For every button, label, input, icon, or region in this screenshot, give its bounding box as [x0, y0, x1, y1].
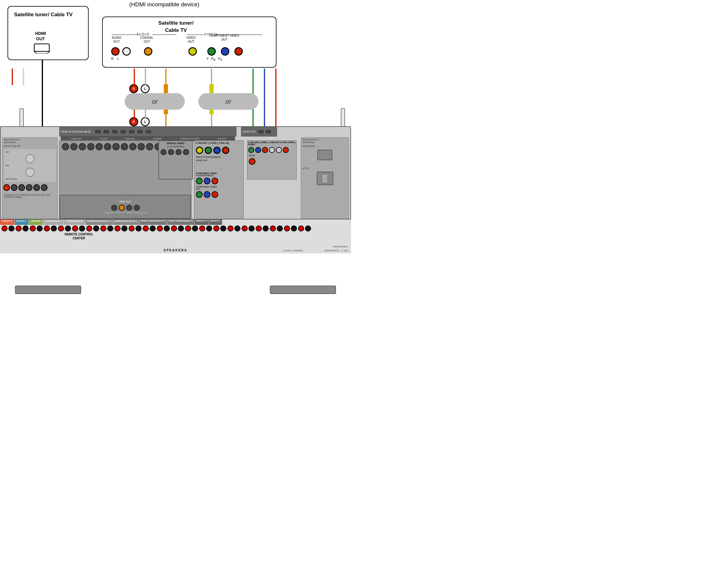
svg-rect-0 [34, 44, 49, 52]
hdmi-out-section: HDMI OUT [241, 127, 277, 136]
impedance-label: IMPEDANCE : 4~16Ω [325, 249, 348, 252]
hdmi-incompatible-label: (HDMI incompatible device) [129, 1, 199, 8]
foot-left [15, 286, 81, 294]
video-section: 1 CBL/SAT | 2 DVD | 3 Blu-ray VIDEO IN (… [194, 140, 244, 227]
component-video-out-label: COMPONENT VIDEOOUT [210, 34, 239, 41]
assignable-label: ASSIGNABLE [333, 245, 348, 248]
hdmi-port-icon [34, 42, 50, 54]
video-out-label: VIDEOOUT [186, 36, 196, 43]
speaker-terminals-bar: FRONT R FRONT L CENTER SURROUND L SURROU… [0, 219, 351, 254]
surround-back-l-label: SURROUND BACK L [112, 219, 139, 225]
surround-l-label: SURROUND L [43, 219, 64, 225]
rca-plug-l-bottom: L [141, 117, 150, 126]
ypbpr-label: Y PB PR [207, 57, 222, 61]
zone2-section: 1 CBL/SAT | GAME | 1 CBL/SAT | 2 DVD | M… [247, 140, 297, 180]
rl-label: R L [111, 57, 119, 61]
hdmi-out-label: HDMIOUT [35, 31, 46, 41]
front-wide-h2-r-label: FRONT WIDE/HEIGHT2 R [139, 219, 167, 225]
rca-plug-r-bottom: R [129, 117, 138, 126]
or-pill-right: or [198, 93, 258, 110]
right-panel: Bluetooth/Wi-FiANTENNA NETWORK AC IN [301, 137, 349, 227]
speakers-bottom-label: SPEAKERS [163, 249, 187, 252]
class2-label: CLASS 2 WIRING [283, 249, 303, 252]
audio-out-label: AUDIOOUT [112, 36, 121, 43]
left-controls-panel: Bluetooth/Wi-FiANTENNA Denon Link HD AM … [2, 137, 58, 227]
front-r-label: FRONT R [0, 219, 14, 225]
height1-r-label: HEIGHT1 R [195, 219, 208, 225]
sat-tuner-left-label: Satellite tuner/ Cable TV [14, 11, 73, 18]
main-diagram: (HDMI incompatible device) Satellite tun… [0, 0, 351, 294]
hdmi-in-section: HDMI IN (ASSIGNABLE) [59, 127, 236, 136]
coaxial-out-label: COAXIALOUT [140, 36, 153, 43]
rca-plug-l-top: L [141, 84, 150, 93]
device-box-left: Satellite tuner/ Cable TV HDMIOUT [7, 6, 89, 60]
remote-control-label: REMOTE CONTROL CENTER [65, 232, 93, 240]
front-wide-h2-l-label: FRONT WIDE/HEIGHT2 L [167, 219, 195, 225]
sat-tuner-right-label: Satellite tuner/Cable TV [158, 19, 194, 34]
device-box-right: Satellite tuner/Cable TV AUDIO VIDEO AUD… [102, 16, 276, 68]
front-l-label: FRONT L [15, 219, 29, 225]
center-spk-label: CENTER [29, 219, 42, 225]
digital-audio-section: DIGITAL AUDIO IN (ASSIGNABLE) [158, 140, 193, 180]
height1-l-label: HEIGHT1 L [209, 219, 222, 225]
rca-plug-r-top: R [129, 84, 138, 93]
surround-r-label: SURROUND R [64, 219, 85, 225]
foot-right [270, 286, 336, 294]
or-pill-left: or [125, 93, 185, 110]
surround-back-r-label: SURROUND BACK R [85, 219, 112, 225]
